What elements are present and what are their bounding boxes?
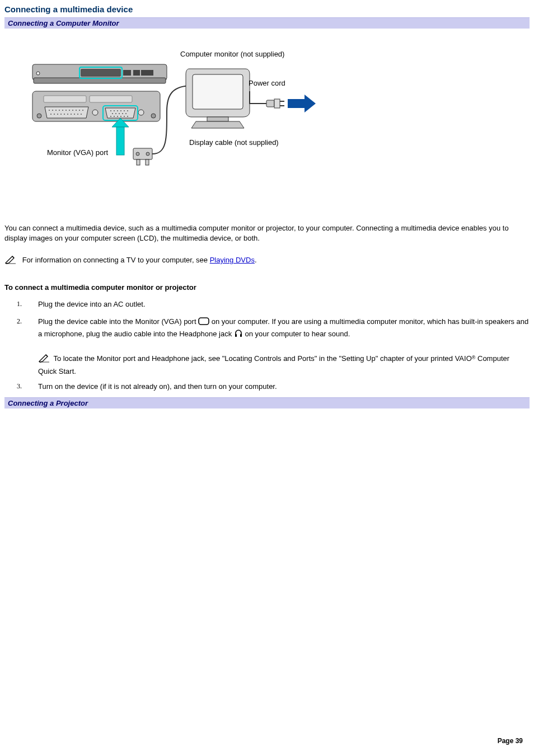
step-3: 3. Turn on the device (if it is not alre… [4, 378, 530, 396]
svg-point-43 [119, 113, 120, 114]
svg-rect-68 [235, 334, 237, 337]
diagram-label-display: Display cable (not supplied) [189, 138, 279, 147]
svg-point-23 [82, 110, 83, 111]
svg-rect-57 [146, 159, 149, 165]
step-2-note-a: To locate the Monitor port and Headphone… [51, 354, 472, 363]
diagram-label-vga: Monitor (VGA) port [47, 148, 108, 157]
note-icon [38, 354, 50, 367]
svg-rect-54 [116, 127, 124, 155]
step-number: 3. [17, 382, 22, 391]
svg-rect-5 [141, 70, 153, 76]
svg-point-32 [77, 114, 78, 115]
svg-rect-2 [81, 69, 121, 77]
svg-point-34 [92, 110, 98, 115]
svg-point-28 [64, 114, 65, 115]
intro-paragraph: You can connect a multimedia device, suc… [4, 223, 530, 243]
svg-rect-12 [90, 96, 132, 102]
note-tv-info: For information on connecting a TV to yo… [4, 256, 530, 266]
svg-point-18 [65, 110, 67, 111]
svg-point-9 [37, 114, 41, 118]
step-number: 1. [17, 299, 22, 309]
steps-list: 1. Plug the device into an AC outlet. 2.… [4, 296, 530, 395]
link-playing-dvds[interactable]: Playing DVDs [210, 256, 255, 264]
svg-point-19 [69, 110, 70, 111]
svg-point-58 [136, 152, 139, 156]
svg-point-50 [124, 116, 125, 117]
svg-rect-3 [123, 70, 131, 76]
svg-point-36 [114, 110, 115, 111]
svg-point-33 [81, 114, 82, 115]
svg-point-31 [74, 114, 75, 115]
svg-point-22 [79, 110, 80, 111]
svg-point-51 [127, 116, 128, 117]
svg-point-30 [71, 114, 72, 115]
svg-point-48 [117, 116, 118, 117]
step-1-text: Plug the device into an AC outlet. [38, 300, 146, 308]
svg-point-44 [122, 113, 123, 114]
step-1: 1. Plug the device into an AC outlet. [4, 296, 530, 313]
diagram-svg [27, 50, 340, 195]
steps-heading: To connect a multimedia computer monitor… [4, 283, 530, 292]
svg-point-27 [60, 114, 62, 115]
svg-point-47 [114, 116, 115, 117]
svg-point-49 [120, 116, 121, 117]
svg-rect-63 [274, 99, 280, 108]
step-3-text: Turn on the device (if it is not already… [38, 382, 277, 391]
svg-rect-60 [193, 74, 243, 109]
svg-point-41 [112, 113, 113, 114]
svg-point-17 [62, 110, 63, 111]
svg-point-10 [151, 114, 156, 118]
section-heading-monitor: Connecting a Computer Monitor [4, 17, 530, 29]
note-icon [4, 256, 17, 266]
svg-rect-61 [207, 117, 228, 121]
step-2: 2. Plug the device cable into the Monito… [4, 313, 530, 378]
svg-point-16 [59, 110, 60, 111]
svg-rect-11 [44, 96, 86, 102]
vga-port-icon [198, 317, 209, 329]
svg-point-20 [72, 110, 73, 111]
svg-point-6 [36, 72, 40, 75]
section-heading-projector: Connecting a Projector [4, 397, 530, 408]
svg-point-37 [117, 110, 118, 111]
svg-point-42 [115, 113, 116, 114]
note-text-prefix: For information on connecting a TV to yo… [22, 256, 210, 264]
step-number: 2. [17, 317, 22, 326]
svg-point-14 [52, 110, 53, 111]
step-2-text-a: Plug the device cable into the Monitor (… [38, 317, 198, 326]
svg-point-59 [146, 152, 149, 156]
svg-point-52 [138, 110, 144, 115]
headphone-icon [234, 329, 243, 341]
svg-point-29 [67, 114, 68, 115]
svg-rect-56 [137, 159, 140, 165]
step-2-note: To locate the Monitor port and Headphone… [38, 354, 530, 377]
svg-point-13 [49, 110, 50, 111]
svg-rect-67 [199, 318, 209, 325]
svg-point-25 [54, 114, 55, 115]
svg-point-21 [76, 110, 77, 111]
svg-point-45 [125, 113, 127, 114]
note-text-suffix: . [255, 256, 257, 264]
svg-rect-4 [133, 70, 140, 76]
diagram-label-monitor: Computer monitor (not supplied) [180, 50, 284, 58]
connection-diagram: Computer monitor (not supplied) Power co… [27, 50, 340, 195]
svg-point-40 [127, 110, 128, 111]
svg-rect-69 [240, 334, 242, 337]
svg-point-38 [120, 110, 121, 111]
svg-point-26 [57, 114, 58, 115]
svg-rect-62 [266, 100, 274, 107]
svg-point-46 [110, 116, 111, 117]
step-2-text-c: on your computer to hear sound. [245, 330, 350, 338]
svg-point-35 [110, 110, 111, 111]
svg-point-15 [55, 110, 57, 111]
svg-point-24 [50, 114, 51, 115]
svg-point-39 [124, 110, 125, 111]
diagram-label-power: Power cord [249, 79, 285, 87]
page-title: Connecting a multimedia device [4, 4, 530, 14]
